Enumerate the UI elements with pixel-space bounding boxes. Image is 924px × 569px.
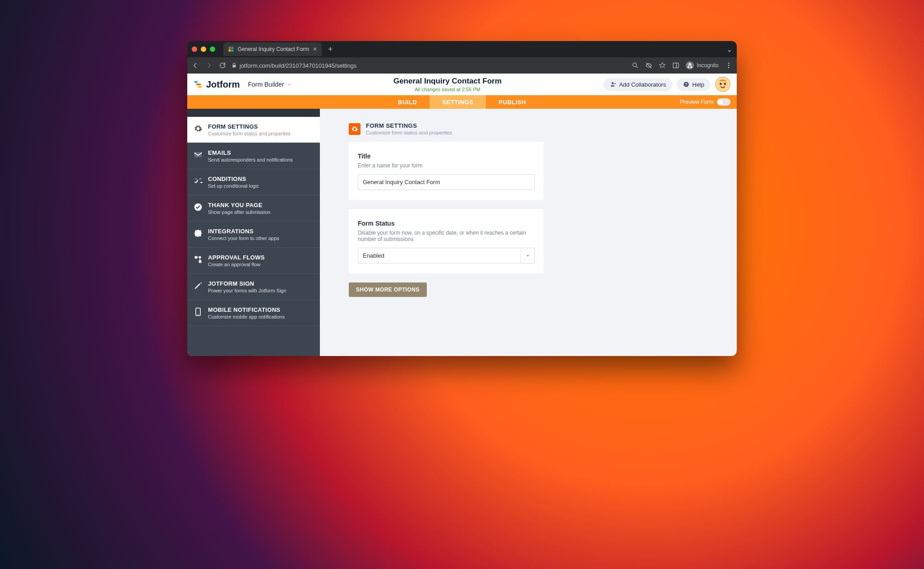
star-icon[interactable] bbox=[659, 62, 666, 69]
status-select[interactable]: Enabled bbox=[358, 248, 535, 264]
window-controls bbox=[192, 46, 215, 52]
close-window-button[interactable] bbox=[192, 46, 197, 52]
sidebar-item-thank-you[interactable]: THANK YOU PAGEShow page after submission bbox=[187, 195, 320, 222]
jotform-logomark-icon bbox=[194, 79, 203, 89]
forward-icon[interactable] bbox=[205, 62, 213, 69]
svg-point-2 bbox=[728, 63, 730, 64]
sidebar-item-integrations[interactable]: INTEGRATIONSConnect your form to other a… bbox=[187, 222, 320, 248]
section-header: FORM SETTINGS Customize form status and … bbox=[349, 122, 737, 135]
main-panel: FORM SETTINGS Customize form status and … bbox=[320, 109, 737, 356]
search-icon[interactable] bbox=[632, 62, 639, 69]
svg-point-0 bbox=[633, 63, 637, 67]
panel-icon[interactable] bbox=[672, 62, 679, 69]
svg-point-13 bbox=[724, 83, 726, 85]
lock-icon bbox=[231, 63, 237, 68]
sidebar-item-jotform-sign[interactable]: JOTFORM SIGNPower your forms with Jotfor… bbox=[187, 274, 320, 300]
browser-toolbar: jotform.com/build/231073470101945/settin… bbox=[187, 57, 737, 74]
jotform-logo[interactable]: Jotform bbox=[194, 79, 240, 90]
shuffle-icon bbox=[194, 176, 203, 185]
form-builder-label: Form Builder bbox=[248, 81, 284, 88]
incognito-label: Incognito bbox=[697, 62, 719, 69]
chevron-down-icon bbox=[287, 82, 291, 87]
sidebar-item-emails[interactable]: EMAILSSend autoresponders and notificati… bbox=[187, 143, 320, 169]
add-collaborators-label: Add Collaborators bbox=[619, 81, 666, 88]
tab-title: General Inquiry Contact Form bbox=[238, 46, 309, 52]
svg-rect-5 bbox=[194, 81, 198, 83]
sidebar-item-mobile-notifications[interactable]: MOBILE NOTIFICATIONSCustomize mobile app… bbox=[187, 300, 320, 326]
svg-rect-15 bbox=[195, 256, 198, 259]
page-title: General Inquiry Contact Form bbox=[291, 77, 604, 86]
title-label: Title bbox=[358, 153, 535, 160]
tab-settings[interactable]: SETTINGS bbox=[430, 95, 486, 109]
url-text: jotform.com/build/231073470101945/settin… bbox=[240, 62, 356, 69]
incognito-icon bbox=[686, 61, 694, 69]
preview-toggle[interactable] bbox=[717, 98, 730, 106]
svg-rect-16 bbox=[199, 260, 202, 263]
svg-rect-1 bbox=[673, 63, 679, 68]
title-help: Enter a name for your form bbox=[358, 162, 535, 169]
browser-tab[interactable]: General Inquiry Contact Form ✕ bbox=[223, 42, 322, 56]
sidebar-item-approval-flows[interactable]: APPROVAL FLOWSCreate an approval flow bbox=[187, 248, 320, 274]
phone-icon bbox=[194, 307, 203, 316]
svg-text:?: ? bbox=[685, 83, 688, 87]
status-label: Form Status bbox=[358, 220, 535, 227]
svg-point-3 bbox=[728, 65, 730, 66]
main-tabs: BUILD SETTINGS PUBLISH Preview Form bbox=[187, 95, 737, 109]
person-add-icon bbox=[610, 81, 616, 88]
help-icon: ? bbox=[683, 81, 689, 88]
status-help: Disable your form now, on a specific dat… bbox=[358, 230, 535, 242]
mail-icon bbox=[194, 150, 203, 159]
sidebar-item-conditions[interactable]: CONDITIONSSet up conditional logic bbox=[187, 169, 320, 195]
reload-icon[interactable] bbox=[219, 62, 226, 69]
puzzle-icon bbox=[194, 229, 203, 238]
svg-rect-6 bbox=[196, 83, 201, 85]
flow-icon bbox=[194, 255, 203, 264]
pen-icon bbox=[194, 281, 203, 290]
section-title: FORM SETTINGS bbox=[366, 122, 452, 129]
check-circle-icon bbox=[194, 203, 203, 212]
minimize-window-button[interactable] bbox=[201, 46, 206, 52]
form-builder-dropdown[interactable]: Form Builder bbox=[248, 81, 291, 88]
help-label: Help bbox=[692, 81, 704, 88]
maximize-window-button[interactable] bbox=[210, 46, 215, 52]
tab-publish[interactable]: PUBLISH bbox=[486, 95, 539, 109]
eye-off-icon[interactable] bbox=[645, 62, 652, 69]
chevron-down-icon bbox=[521, 248, 534, 263]
add-collaborators-button[interactable]: Add Collaborators bbox=[604, 78, 672, 91]
svg-point-12 bbox=[720, 83, 722, 85]
tab-strip: General Inquiry Contact Form ✕ + ⌄ bbox=[187, 41, 737, 57]
save-status: All changes saved at 2:55 PM bbox=[291, 87, 604, 92]
show-more-options-button[interactable]: SHOW MORE OPTIONS bbox=[349, 282, 427, 297]
address-bar[interactable]: jotform.com/build/231073470101945/settin… bbox=[231, 62, 356, 69]
avatar-icon bbox=[716, 78, 729, 91]
browser-window: General Inquiry Contact Form ✕ + ⌄ jotfo… bbox=[187, 41, 737, 356]
status-value: Enabled bbox=[358, 248, 535, 264]
logo-text: Jotform bbox=[206, 79, 240, 90]
incognito-indicator[interactable]: Incognito bbox=[686, 61, 719, 69]
new-tab-button[interactable]: + bbox=[325, 45, 336, 54]
kebab-menu-icon[interactable] bbox=[725, 62, 732, 69]
gear-square-icon bbox=[349, 123, 360, 135]
back-icon[interactable] bbox=[192, 62, 199, 69]
app-header: Jotform Form Builder General Inquiry Con… bbox=[187, 74, 737, 95]
user-avatar[interactable] bbox=[715, 77, 730, 92]
section-subtitle: Customize form status and properties bbox=[366, 130, 452, 135]
preview-form-label: Preview Form bbox=[680, 99, 713, 105]
title-input[interactable] bbox=[358, 174, 535, 190]
jotform-favicon bbox=[228, 46, 234, 52]
help-button[interactable]: ? Help bbox=[677, 78, 711, 91]
sidebar-lip bbox=[187, 109, 320, 117]
svg-rect-7 bbox=[198, 86, 202, 88]
title-card: Title Enter a name for your form bbox=[349, 142, 544, 200]
close-tab-icon[interactable]: ✕ bbox=[313, 46, 317, 52]
svg-point-8 bbox=[612, 82, 614, 84]
svg-point-19 bbox=[198, 314, 199, 315]
settings-sidebar: FORM SETTINGSCustomize form status and p… bbox=[187, 109, 320, 356]
gear-icon bbox=[194, 124, 203, 133]
app-body: FORM SETTINGSCustomize form status and p… bbox=[187, 109, 737, 356]
status-card: Form Status Disable your form now, on a … bbox=[349, 209, 544, 273]
sidebar-item-form-settings[interactable]: FORM SETTINGSCustomize form status and p… bbox=[187, 117, 320, 143]
svg-point-17 bbox=[199, 256, 201, 259]
tab-build[interactable]: BUILD bbox=[385, 95, 430, 109]
tabs-dropdown-icon[interactable]: ⌄ bbox=[726, 45, 732, 54]
